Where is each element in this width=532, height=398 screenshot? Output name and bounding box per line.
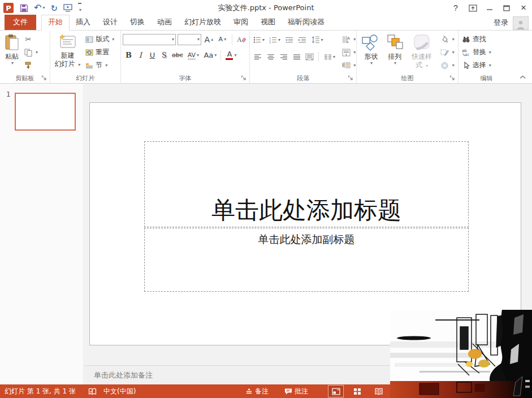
increase-indent-button[interactable] <box>296 34 308 46</box>
shape-fill-button[interactable]: ▾ <box>439 33 456 45</box>
shapes-button[interactable]: 形状 ▾ <box>358 32 383 67</box>
ribbon: 粘贴 ▾ ✂ ▾ 剪贴 <box>0 31 532 84</box>
align-text-button[interactable]: ▾ <box>340 46 357 58</box>
arrange-button[interactable]: 排列 ▾ <box>383 32 406 67</box>
slides-thumbnail-panel[interactable]: 1 <box>0 84 84 384</box>
customize-qat-button[interactable]: ▾ <box>76 1 84 15</box>
reset-button[interactable]: 重置 <box>83 46 116 58</box>
change-case-button[interactable]: Aa▾ <box>202 49 219 61</box>
dialog-launcher-icon[interactable] <box>241 75 247 81</box>
sign-in-button[interactable]: 登录 <box>489 15 513 30</box>
align-left-button[interactable] <box>252 51 263 63</box>
notes-toggle-button[interactable]: 备注 <box>245 387 269 396</box>
dialog-launcher-icon[interactable] <box>348 75 354 81</box>
person-icon <box>516 19 526 29</box>
shrink-font-button[interactable]: A▾ <box>217 33 228 45</box>
comments-toggle-button[interactable]: 批注 <box>284 387 308 396</box>
paste-button[interactable]: 粘贴 ▾ <box>2 32 22 67</box>
italic-button[interactable]: I <box>135 49 146 61</box>
font-color-button[interactable]: A ▾ <box>223 49 240 61</box>
dialog-launcher-icon[interactable] <box>41 75 47 81</box>
grow-font-button[interactable]: A▴ <box>203 33 215 45</box>
format-painter-button[interactable] <box>22 59 40 71</box>
tab-animations[interactable]: 动画 <box>151 15 178 30</box>
decrease-indent-button[interactable] <box>283 34 295 46</box>
tab-review[interactable]: 审阅 <box>227 15 254 30</box>
numbering-button[interactable]: 123 ▾ <box>267 34 282 46</box>
slide-sorter-view-button[interactable] <box>350 386 365 397</box>
line-spacing-button[interactable]: ▾ <box>309 34 325 46</box>
layout-button[interactable]: 版式 ▾ <box>83 33 116 45</box>
character-spacing-button[interactable]: AV▾ <box>185 49 202 61</box>
ribbon-group-editing: 查找 abac 替换 ▾ 选择 ▾ 编辑 <box>459 31 514 83</box>
dialog-launcher-icon[interactable] <box>449 75 456 81</box>
comments-icon <box>284 388 292 395</box>
tab-design[interactable]: 设计 <box>97 15 124 30</box>
caret-down-icon: ▾ <box>452 37 455 42</box>
tab-insert[interactable]: 插入 <box>70 15 97 30</box>
text-shadow-button[interactable]: S <box>158 49 170 61</box>
distribute-text-button[interactable] <box>304 51 315 63</box>
cut-button[interactable]: ✂ <box>22 33 40 45</box>
bullets-button[interactable]: ▾ <box>252 34 266 46</box>
align-center-button[interactable] <box>265 51 276 63</box>
subtitle-placeholder[interactable]: 单击此处添加副标题 <box>144 228 469 292</box>
line-spacing-icon <box>312 36 320 44</box>
shape-effects-icon <box>440 61 449 70</box>
spell-check-button[interactable] <box>88 388 97 395</box>
slide-canvas[interactable]: 单击此处添加标题 单击此处添加副标题 <box>89 102 521 345</box>
subtitle-placeholder-text: 单击此处添加副标题 <box>258 228 355 247</box>
minimize-button[interactable] <box>481 1 498 15</box>
section-icon <box>85 61 94 70</box>
font-size-combobox[interactable]: ▾ <box>178 34 201 45</box>
strikethrough-button[interactable]: abc <box>170 49 185 61</box>
bold-button[interactable]: B <box>123 49 135 61</box>
underline-button[interactable]: U <box>146 49 158 61</box>
columns-button[interactable]: ▾ <box>322 51 338 63</box>
replace-button[interactable]: abac 替换 ▾ <box>460 46 493 58</box>
close-button[interactable]: × <box>515 1 532 15</box>
new-slide-button[interactable]: 新建 幻灯片 ▾ <box>52 32 84 70</box>
undo-button[interactable]: ↶ ▾ <box>32 1 47 15</box>
shape-outline-button[interactable]: ▾ <box>439 46 456 58</box>
new-slide-icon <box>58 34 76 50</box>
quick-styles-button[interactable]: 快速样式 ▾ <box>406 32 438 71</box>
tab-file[interactable]: 文件 <box>5 15 36 30</box>
align-center-icon <box>267 54 275 60</box>
copy-button[interactable]: ▾ <box>22 46 40 58</box>
save-button[interactable] <box>17 1 31 15</box>
collapse-ribbon-button[interactable] <box>519 75 526 80</box>
title-placeholder[interactable]: 单击此处添加标题 <box>144 141 469 227</box>
maximize-button[interactable] <box>498 1 515 15</box>
ribbon-display-options-button[interactable] <box>464 1 481 15</box>
new-slide-label-2: 幻灯片 ▾ <box>55 60 81 68</box>
tab-transitions[interactable]: 切换 <box>124 15 151 30</box>
slide-thumbnail-1[interactable] <box>15 93 76 131</box>
justify-button[interactable] <box>291 51 302 63</box>
normal-view-button[interactable] <box>328 386 343 397</box>
tab-view[interactable]: 视图 <box>254 15 282 30</box>
help-button[interactable]: ? <box>447 1 464 15</box>
convert-to-smartart-button[interactable]: ▾ <box>340 59 357 71</box>
reading-view-button[interactable] <box>371 386 386 397</box>
columns-icon <box>324 54 332 60</box>
font-name-combobox[interactable]: ▾ <box>123 34 176 45</box>
caret-down-icon: ▾ <box>278 38 280 42</box>
text-direction-button[interactable]: A ▾ <box>340 33 357 45</box>
tab-slideshow[interactable]: 幻灯片放映 <box>178 15 227 30</box>
increase-indent-icon <box>298 37 306 44</box>
start-slideshow-button[interactable] <box>61 1 75 15</box>
avatar[interactable] <box>513 16 529 30</box>
clear-formatting-button[interactable]: A <box>236 33 248 45</box>
notes-pane[interactable]: 单击此处添加备注 <box>85 365 532 384</box>
maximize-icon <box>503 5 510 11</box>
select-button[interactable]: 选择 ▾ <box>460 59 493 71</box>
section-button[interactable]: 节 ▾ <box>83 59 116 71</box>
tab-home[interactable]: 开始 <box>41 15 70 31</box>
shape-effects-button[interactable]: ▾ <box>439 59 456 71</box>
tab-foxit-reader[interactable]: 福昕阅读器 <box>282 15 331 30</box>
language-button[interactable]: 中文(中国) <box>103 387 136 396</box>
find-button[interactable]: 查找 <box>460 33 488 45</box>
align-right-button[interactable] <box>278 51 289 63</box>
redo-button[interactable]: ↻ <box>48 1 60 15</box>
